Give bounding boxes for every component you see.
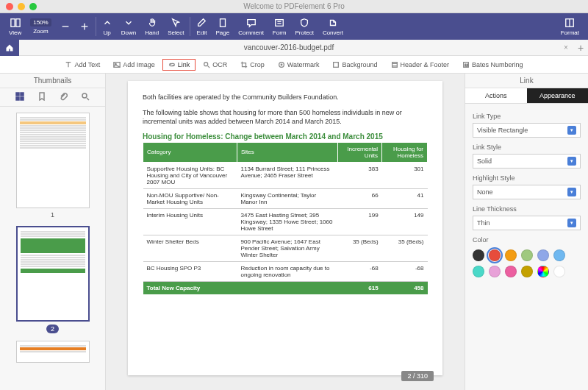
line-thickness-label: Line Thickness: [473, 205, 581, 213]
col-sites: Sites: [237, 142, 337, 162]
actions-tab[interactable]: Actions: [465, 88, 527, 104]
paragraph-2: The following table shows that housing f…: [143, 108, 428, 127]
col-units: Incremental Units: [338, 142, 382, 162]
link-type-label: Link Type: [473, 113, 581, 120]
pdf-page: Both facilities are operated by the Comm…: [128, 81, 442, 375]
table-row: BC Housing SPO P3Reduction in room capac…: [143, 261, 428, 281]
svg-line-28: [87, 98, 89, 100]
thumbnail-page-2[interactable]: [16, 226, 90, 322]
home-tab[interactable]: [0, 40, 19, 56]
color-swatch[interactable]: [489, 249, 501, 261]
color-swatch[interactable]: [553, 249, 565, 261]
form-button[interactable]: Form: [268, 18, 291, 36]
paragraph-1: Both facilities are operated by the Comm…: [143, 93, 428, 102]
view-button[interactable]: View: [4, 18, 26, 36]
search-icon[interactable]: [81, 92, 90, 102]
svg-point-16: [281, 64, 282, 65]
thumbnails-view-icon[interactable]: [15, 92, 24, 102]
format-button[interactable]: Format: [556, 18, 584, 36]
svg-rect-25: [16, 97, 19, 100]
tab-bar: vancouver-2016-budget.pdf × +: [0, 40, 588, 56]
edit-subtoolbar: Add Text Add Image Link OCR Crop Waterma…: [0, 56, 588, 74]
svg-rect-17: [334, 62, 339, 67]
thumbnails-title: Thumbnails: [0, 74, 105, 88]
window-title: Welcome to PDFelement 6 Pro: [0, 2, 588, 10]
crop-button[interactable]: Crop: [234, 59, 270, 71]
add-tab-button[interactable]: +: [573, 42, 588, 54]
color-swatch[interactable]: [505, 249, 517, 261]
color-swatch[interactable]: [489, 266, 501, 277]
col-homeless: Housing for Homeless: [382, 142, 428, 162]
add-image-button[interactable]: Add Image: [107, 59, 161, 71]
svg-rect-26: [21, 97, 24, 100]
color-swatch[interactable]: [505, 266, 517, 277]
color-swatch[interactable]: [473, 266, 484, 277]
chevron-down-icon: ▾: [567, 126, 576, 135]
thumbnail-page-1[interactable]: [16, 113, 90, 208]
highlight-style-label: Highlight Style: [473, 174, 581, 182]
svg-rect-23: [16, 93, 19, 96]
title-bar: Welcome to PDFelement 6 Pro: [0, 0, 588, 13]
svg-rect-6: [276, 19, 284, 26]
col-category: Category: [143, 142, 237, 162]
color-swatch[interactable]: [473, 249, 484, 261]
color-swatch[interactable]: [537, 249, 549, 261]
svg-rect-0: [10, 18, 14, 26]
zoom-in-button[interactable]: [75, 21, 94, 32]
link-style-select[interactable]: Solid▾: [473, 154, 581, 169]
close-tab-button[interactable]: ×: [559, 43, 573, 52]
edit-button[interactable]: Edit: [192, 18, 211, 36]
color-swatch[interactable]: [521, 266, 533, 277]
color-swatch[interactable]: [537, 266, 549, 277]
table-row: Interim Housing Units3475 East Hasting S…: [143, 208, 428, 235]
link-type-select[interactable]: Visible Rectangle▾: [473, 123, 581, 138]
chevron-down-icon: ▾: [567, 188, 576, 196]
bates-button[interactable]: 12Bates Numbering: [456, 59, 529, 71]
svg-rect-24: [21, 93, 24, 96]
line-thickness-select[interactable]: Thin▾: [473, 216, 581, 230]
thumbnails-panel: Thumbnails 1 2: [0, 74, 106, 390]
document-canvas[interactable]: Both facilities are operated by the Comm…: [106, 74, 465, 390]
add-text-button[interactable]: Add Text: [59, 59, 106, 71]
chevron-down-icon: ▾: [567, 219, 576, 227]
thumbnail-2-label: 2: [46, 325, 59, 333]
hand-tool-button[interactable]: Hand: [140, 18, 163, 36]
background-button[interactable]: Background: [326, 59, 383, 71]
select-tool-button[interactable]: Select: [163, 18, 188, 36]
thumbnail-page-3[interactable]: [16, 341, 90, 363]
convert-button[interactable]: Convert: [318, 18, 348, 36]
svg-rect-1: [15, 18, 19, 26]
table-row: Supportive Housing Units: BC Housing and…: [143, 162, 428, 188]
comment-button[interactable]: Comment: [234, 18, 268, 36]
color-label: Color: [473, 236, 581, 244]
zoom-out-button[interactable]: [56, 21, 75, 32]
link-button[interactable]: Link: [162, 59, 196, 71]
page-down-button[interactable]: Down: [117, 18, 140, 36]
protect-button[interactable]: Protect: [291, 18, 318, 36]
thumbnail-1-label: 1: [51, 211, 54, 219]
watermark-button[interactable]: Watermark: [272, 59, 326, 71]
bookmarks-icon[interactable]: [37, 92, 46, 102]
properties-title: Link: [465, 74, 588, 88]
table-total-row: Total New Capacity615458: [143, 281, 428, 294]
highlight-style-select[interactable]: None▾: [473, 185, 581, 199]
thumbnail-list[interactable]: 1 2: [0, 107, 105, 390]
link-style-label: Link Style: [473, 143, 581, 151]
attachments-icon[interactable]: [59, 92, 68, 102]
document-tab[interactable]: vancouver-2016-budget.pdf: [19, 43, 559, 52]
svg-point-13: [204, 62, 208, 65]
ocr-button[interactable]: OCR: [197, 59, 233, 71]
svg-line-14: [208, 65, 210, 68]
main-toolbar: View 150%Zoom Up Down Hand Select Edit P…: [0, 13, 588, 40]
appearance-tab[interactable]: Appearance: [527, 88, 589, 104]
svg-rect-18: [392, 62, 397, 67]
chevron-down-icon: ▾: [567, 157, 576, 166]
housing-table: Category Sites Incremental Units Housing…: [143, 142, 428, 294]
color-swatch[interactable]: [553, 266, 565, 277]
zoom-control[interactable]: 150%Zoom: [26, 18, 55, 35]
page-up-button[interactable]: Up: [98, 18, 117, 36]
color-swatch[interactable]: [521, 249, 533, 261]
table-row: Non-MOU Supportive/ Non-Market Housing U…: [143, 188, 428, 208]
page-button[interactable]: Page: [211, 18, 234, 36]
header-footer-button[interactable]: Header & Footer: [385, 59, 456, 71]
